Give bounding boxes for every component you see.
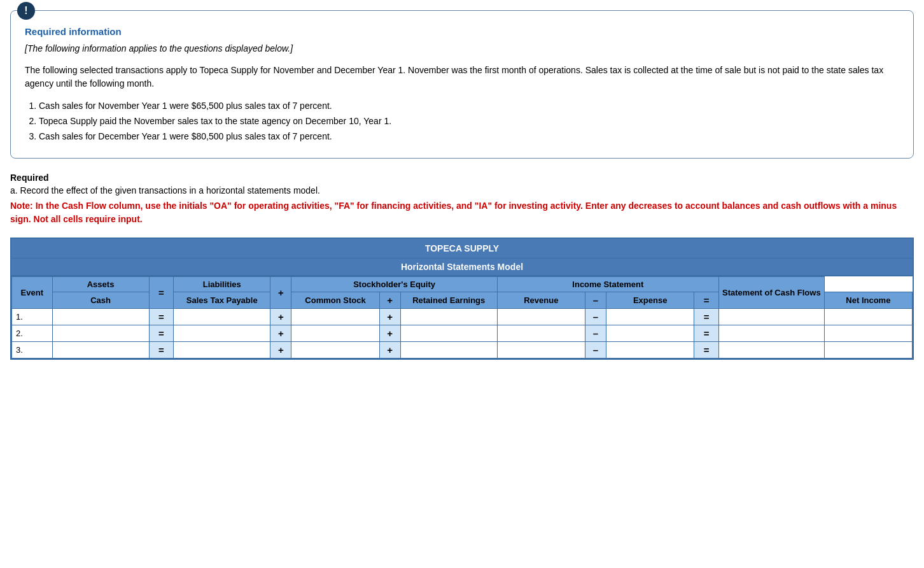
scf-field-2[interactable] [827, 329, 910, 338]
header-scf: Statement of Cash Flows [718, 277, 824, 309]
rev-input-2[interactable] [497, 325, 585, 342]
stp-field-3[interactable] [176, 345, 268, 355]
event-label-2: 2. [12, 325, 53, 342]
stp-input-1[interactable] [174, 309, 270, 325]
info-box: ! Required information [The following in… [10, 10, 914, 159]
re-input-2[interactable] [400, 325, 497, 342]
ni-input-3[interactable] [718, 342, 824, 359]
stp-input-3[interactable] [174, 342, 270, 359]
eq-op-2: = [149, 325, 174, 342]
event-label-3: 3. [12, 342, 53, 359]
table-row: 2. = + + – = [12, 325, 913, 342]
re-field-2[interactable] [403, 329, 495, 338]
info-list: Cash sales for November Year 1 were $65,… [39, 99, 899, 144]
exp-input-1[interactable] [606, 309, 694, 325]
cs-field-3[interactable] [293, 345, 377, 355]
cash-input-1[interactable] [52, 309, 149, 325]
info-item-3: Cash sales for December Year 1 were $80,… [39, 129, 899, 145]
header-minus1: – [585, 292, 606, 309]
ni-field-1[interactable] [721, 312, 822, 322]
eq-op-3b: = [694, 342, 719, 359]
scf-input-3[interactable] [824, 342, 912, 359]
cash-input-3[interactable] [52, 342, 149, 359]
info-title: Required information [25, 26, 899, 37]
header-stp: Sales Tax Payable [174, 292, 270, 309]
table-body: 1. = + + – = 2. = + [12, 309, 913, 359]
scf-input-1[interactable] [824, 309, 912, 325]
exp-input-2[interactable] [606, 325, 694, 342]
re-field-3[interactable] [403, 345, 495, 355]
ni-input-1[interactable] [718, 309, 824, 325]
cash-input-2[interactable] [52, 325, 149, 342]
exp-field-1[interactable] [608, 312, 692, 322]
ni-field-3[interactable] [721, 345, 822, 355]
header-expense: Expense [606, 292, 694, 309]
cs-input-2[interactable] [291, 325, 379, 342]
table-row: 1. = + + – = [12, 309, 913, 325]
scf-field-3[interactable] [827, 345, 910, 355]
header-revenue: Revenue [497, 292, 585, 309]
header-plus1: + [270, 277, 291, 309]
re-input-3[interactable] [400, 342, 497, 359]
info-icon: ! [17, 2, 35, 20]
rev-input-3[interactable] [497, 342, 585, 359]
ni-field-2[interactable] [721, 329, 822, 338]
plus-op-3b: + [379, 342, 400, 359]
cs-input-1[interactable] [291, 309, 379, 325]
rev-field-3[interactable] [500, 345, 583, 355]
header-event: Event [12, 277, 53, 309]
header-ni: Net Income [824, 292, 912, 309]
cs-input-3[interactable] [291, 342, 379, 359]
scf-field-1[interactable] [827, 312, 910, 322]
re-input-1[interactable] [400, 309, 497, 325]
model-name: Horizontal Statements Model [11, 259, 913, 276]
header-plus3: + [379, 292, 400, 309]
cs-field-1[interactable] [293, 312, 377, 322]
stp-field-2[interactable] [176, 329, 268, 338]
stp-input-2[interactable] [174, 325, 270, 342]
eq-op-1: = [149, 309, 174, 325]
plus-op-2: + [270, 325, 291, 342]
required-note: Note: In the Cash Flow column, use the i… [10, 199, 914, 226]
exp-input-3[interactable] [606, 342, 694, 359]
header-eq1: = [149, 277, 174, 309]
rev-field-1[interactable] [500, 312, 583, 322]
plus-op-3: + [270, 342, 291, 359]
info-item-1: Cash sales for November Year 1 were $65,… [39, 99, 899, 114]
exp-field-3[interactable] [608, 345, 692, 355]
italic-note: [The following information applies to th… [25, 42, 899, 56]
company-name: TOPECA SUPPLY [11, 239, 913, 259]
info-item-2: Topeca Supply paid the November sales ta… [39, 114, 899, 129]
eq-op-3: = [149, 342, 174, 359]
group-header-row: Event Assets = Liabilities + Stockholder… [12, 277, 913, 292]
plus-op-2b: + [379, 325, 400, 342]
rev-input-1[interactable] [497, 309, 585, 325]
header-is: Income Statement [497, 277, 718, 292]
minus-op-2: – [585, 325, 606, 342]
plus-op-1b: + [379, 309, 400, 325]
header-se: Stockholder's Equity [291, 277, 497, 292]
cash-field-3[interactable] [55, 345, 147, 355]
header-assets: Assets [52, 277, 149, 292]
rev-field-2[interactable] [500, 329, 583, 338]
cash-field-1[interactable] [55, 312, 147, 322]
header-cs: Common Stock [291, 292, 379, 309]
stp-field-1[interactable] [176, 312, 268, 322]
header-re: Retained Earnings [400, 292, 497, 309]
cash-field-2[interactable] [55, 329, 147, 338]
ni-input-2[interactable] [718, 325, 824, 342]
info-paragraph: The following selected transactions appl… [25, 64, 899, 91]
eq-op-1b: = [694, 309, 719, 325]
exp-field-2[interactable] [608, 329, 692, 338]
cs-field-2[interactable] [293, 329, 377, 338]
statements-table: TOPECA SUPPLY Horizontal Statements Mode… [10, 238, 914, 360]
table-row: 3. = + + – = [12, 342, 913, 359]
re-field-1[interactable] [403, 312, 495, 322]
eq-op-2b: = [694, 325, 719, 342]
minus-op-3: – [585, 342, 606, 359]
header-cash: Cash [52, 292, 149, 309]
required-title: Required [10, 173, 914, 183]
required-section: Required a. Record the effect of the giv… [10, 173, 914, 226]
event-label-1: 1. [12, 309, 53, 325]
scf-input-2[interactable] [824, 325, 912, 342]
